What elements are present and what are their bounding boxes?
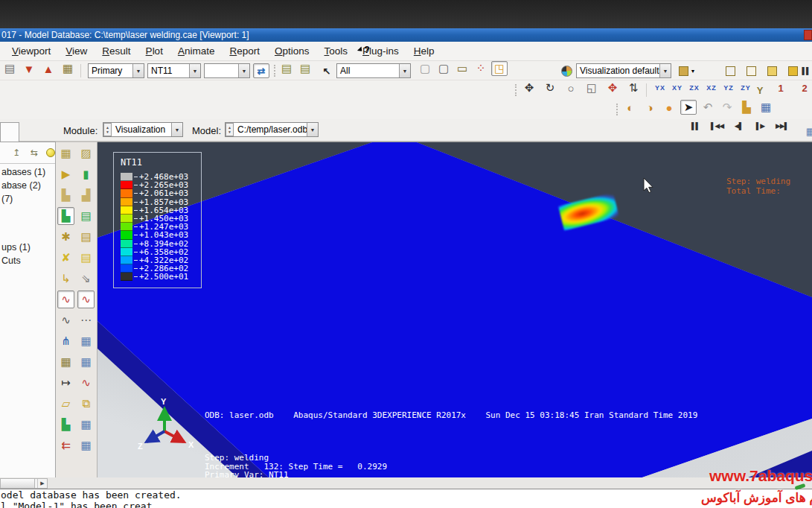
copy-ghost-icon[interactable]: ▢ <box>417 61 433 76</box>
dropdown-arrow-icon[interactable]: ▼ <box>132 64 144 77</box>
lightbulb-icon[interactable] <box>46 148 55 157</box>
view-back-icon[interactable]: XY <box>669 80 685 95</box>
animate-next-icon[interactable]: ▌▶ <box>751 119 770 133</box>
field-output-combo[interactable]: NT11 ▼ <box>147 63 201 78</box>
close-button[interactable] <box>804 30 812 40</box>
animate-last-icon[interactable]: ▶▶▌ <box>773 119 791 133</box>
dropdown-arrow-icon[interactable]: ▼ <box>171 123 182 136</box>
toolbar-handle[interactable] <box>515 84 517 96</box>
results-tree-tab[interactable] <box>0 122 19 142</box>
horizontal-scrollbar[interactable]: ▶ <box>0 478 48 489</box>
frame-ladder-icon[interactable]: ▤ <box>297 61 313 76</box>
render-wireframe-icon[interactable] <box>722 63 738 78</box>
blocks-l-icon[interactable]: ▙ <box>57 186 74 204</box>
drag-rectangle-icon[interactable]: ▭ <box>454 61 470 76</box>
menu-item-Report[interactable]: Report <box>222 43 267 59</box>
tree-item[interactable]: (7) <box>0 192 56 206</box>
legend-l-icon[interactable]: ▙ <box>57 416 74 434</box>
menu-item-Options[interactable]: Options <box>267 43 317 59</box>
model-combo[interactable]: ▲▼ C:/temp/laser.odb ▼ <box>225 122 319 137</box>
refinement-combo[interactable]: ▼ <box>204 63 250 78</box>
dropdown-arrow-icon[interactable]: ▼ <box>399 64 410 77</box>
tree-item[interactable]: abase (2) <box>0 179 56 192</box>
create-field-output-icon[interactable]: ▦ <box>60 61 76 76</box>
primary-variable-combo[interactable]: Primary ▼ <box>88 63 144 78</box>
allow-multiple-colors-icon[interactable]: ◐ <box>622 100 639 115</box>
probe-pointer-icon[interactable]: ➤ <box>680 100 697 115</box>
spectrum-123-icon[interactable]: ▦ <box>57 145 74 162</box>
link-filter-icon[interactable]: ⇆ <box>28 147 40 159</box>
menu-item-Plot[interactable]: Plot <box>138 43 170 59</box>
dropdown-arrow-icon[interactable]: ▼ <box>189 64 200 77</box>
module-combo[interactable]: ▲▼ Visualization ▼ <box>103 122 183 137</box>
path-icon[interactable]: ↦ <box>57 374 74 392</box>
frame-selector-icon[interactable]: ▤ <box>278 61 295 76</box>
single-color-icon[interactable]: ● <box>661 100 677 115</box>
query-window-icon[interactable]: ▦ <box>77 416 95 434</box>
color-overlap-icon[interactable]: ◑ <box>642 100 658 115</box>
dropdown-arrow-icon[interactable]: ▼ <box>238 64 249 77</box>
display-group-manager-icon[interactable]: ▦ <box>758 100 774 115</box>
create-display-group-icon[interactable]: ▙ <box>738 100 755 115</box>
render-hidden-icon[interactable] <box>743 63 759 78</box>
cube-menu-button[interactable]: ▼ <box>674 63 700 78</box>
xy-window-icon[interactable]: ▦ <box>77 353 95 371</box>
color-code-palette-icon[interactable] <box>558 63 575 78</box>
menu-item-Tools[interactable]: Tools <box>317 43 356 59</box>
animate-first-icon[interactable]: ▌◀◀ <box>708 119 726 133</box>
collapse-all-icon[interactable]: ↥ <box>10 147 22 159</box>
tree-item[interactable]: ups (1) <box>0 241 56 254</box>
selection-scope-combo[interactable]: All ▼ <box>336 63 411 78</box>
view-top-icon[interactable]: ZX <box>686 80 703 95</box>
rotate-icon[interactable]: ↻ <box>542 80 558 95</box>
scrollbar-right-arrow-icon[interactable]: ▶ <box>37 479 47 488</box>
cube-highlight-icon[interactable]: ◳ <box>491 61 508 76</box>
animate-scale-factor-icon[interactable]: ∿ <box>77 290 95 308</box>
print-icon[interactable]: ▤ <box>1 61 18 76</box>
menu-item-Viewport[interactable]: Viewport <box>4 43 58 59</box>
magnify-icon[interactable]: ○ <box>563 80 579 95</box>
material-orientation-icon[interactable]: ✘ <box>57 249 74 267</box>
message-area[interactable]: odel database has been created.l "Model-… <box>0 489 812 508</box>
animate-harmonic-icon[interactable]: ∿ <box>57 311 74 329</box>
node-markers-icon[interactable]: ⁘ <box>473 61 489 76</box>
select-cursor-icon[interactable]: ↖ <box>319 63 335 78</box>
view-axes-icon[interactable]: ⋔ <box>57 332 74 350</box>
dropdown-arrow-icon[interactable]: ▼ <box>307 123 318 136</box>
fit-vertical-icon[interactable]: ⇅ <box>625 80 642 95</box>
zoom-box-icon[interactable]: ◱ <box>584 80 600 95</box>
results-window-icon[interactable]: ▦ <box>77 436 95 454</box>
toolbar-handle[interactable] <box>616 104 618 115</box>
view-front-icon[interactable]: YX <box>652 80 668 95</box>
spinner[interactable]: ▲▼ <box>226 123 234 136</box>
menu-item-View[interactable]: View <box>58 43 95 59</box>
open-odb-icon[interactable]: ▲ <box>40 61 57 76</box>
context-help-button[interactable]: ? <box>359 44 370 55</box>
redo-icon[interactable]: ↷ <box>719 100 735 115</box>
mesh-patch-icon[interactable]: ▱ <box>57 395 74 413</box>
auto-fit-icon[interactable]: ✥ <box>604 80 621 95</box>
viewport-canvas[interactable]: NT11 +2.468e+03+2.265e+03+2.061e+03+1.85… <box>97 142 812 477</box>
undo-icon[interactable]: ↶ <box>700 100 716 115</box>
animate-time-history-icon[interactable]: ∿ <box>57 290 74 308</box>
free-body-icon[interactable]: ⇇ <box>57 436 74 454</box>
menu-item-Help[interactable]: Help <box>406 43 442 59</box>
menu-item-Result[interactable]: Result <box>95 43 138 59</box>
tree-item[interactable]: abases (1) <box>0 165 56 179</box>
viewport-grid-icon[interactable]: ▦ <box>802 124 812 139</box>
menu-item-Animate[interactable]: Animate <box>170 43 223 59</box>
view-left-icon[interactable]: YZ <box>720 80 737 95</box>
dropdown-arrow-icon[interactable]: ▼ <box>659 64 671 77</box>
saved-view-1-button[interactable]: 1 <box>773 80 789 95</box>
xy-table-icon[interactable]: ▦ <box>57 353 74 371</box>
contour-options-icon[interactable]: ▤ <box>77 207 95 225</box>
copy-stack-icon[interactable]: ↳ <box>57 270 74 288</box>
spinner[interactable]: ▲▼ <box>103 123 112 136</box>
animate-previous-icon[interactable]: ◀▌ <box>729 119 748 133</box>
sync-frames-button[interactable]: ⇄ <box>253 63 269 78</box>
transfer-arrow-icon[interactable]: ⇘ <box>77 270 95 288</box>
plot-contours-icon[interactable]: ▙ <box>57 207 74 225</box>
animate-pause-icon[interactable]: ▌▌ <box>686 119 705 133</box>
toolbar-handle[interactable] <box>274 65 276 77</box>
custom-views-triad-icon[interactable]: Y <box>752 83 768 98</box>
